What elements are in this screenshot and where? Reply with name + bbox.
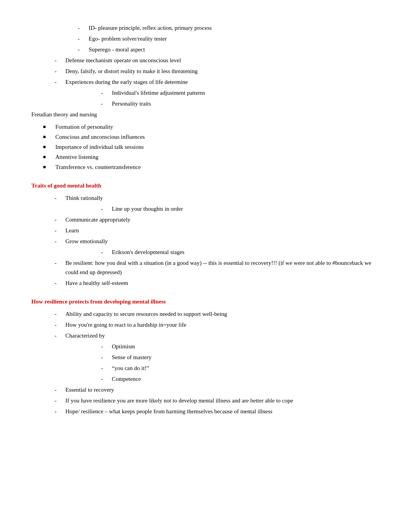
list-item: - Have a healthy self-esteem	[55, 278, 380, 288]
item-text: Grow emotionally	[65, 237, 380, 246]
bullet-icon: ■	[43, 143, 52, 151]
item-text: Formation of personality	[55, 122, 113, 131]
list-item: - Superego - moral aspect	[78, 45, 380, 54]
item-text: Conscious and unconscious influences	[55, 132, 145, 142]
item-text: If you have resilience you are more like…	[65, 396, 380, 405]
list-item: - Deny, falsify, or distort reality to m…	[55, 66, 380, 76]
list-item: - Characterized by	[55, 331, 380, 340]
item-text: Sense of mastery	[112, 353, 380, 362]
item-text: Optimism	[112, 342, 380, 351]
dash-icon: -	[78, 45, 86, 54]
sub-indent: - Optimism - Sense of mastery - “you can…	[55, 342, 380, 384]
item-text: ID- pleasure principle, reflex action, p…	[89, 23, 380, 32]
item-text: Erikson's developmental stages	[112, 247, 380, 257]
dash-icon: -	[55, 66, 62, 76]
item-text: Attentive listening	[55, 152, 98, 162]
list-item: - Individual's lifetime adjustment patte…	[101, 88, 380, 97]
item-text: Hope/ resilience – what keeps people fro…	[65, 407, 380, 416]
item-text: How you're going to react to a hardship …	[65, 320, 380, 329]
item-text: Defense mechanism operate on unconscious…	[65, 56, 380, 65]
freudian-label-text: Freudian theory and nursing	[31, 111, 97, 118]
list-item: - Essential to recovery	[55, 385, 380, 394]
dash-icon: -	[101, 99, 109, 108]
dash-icon: -	[55, 320, 62, 329]
list-item: ■ Formation of personality	[43, 122, 380, 131]
dash-icon: -	[55, 77, 62, 87]
bullet-icon: ■	[43, 164, 52, 171]
dash-icon: -	[101, 363, 109, 373]
item-text: Ego- problem solver/reality tester	[89, 34, 380, 43]
dash-icon: -	[55, 309, 62, 319]
traits-section: Traits of good mental health - Think rat…	[31, 181, 380, 288]
dash-icon: -	[101, 342, 109, 351]
list-item: ■ Importance of individual talk sessions	[43, 142, 380, 152]
sub-indent: - Erikson's developmental stages	[55, 247, 380, 257]
resilience-heading: How resilience protects from developing …	[31, 297, 380, 306]
list-item: - Personality traits	[101, 99, 380, 108]
indent-level-1: - Defense mechanism operate on unconscio…	[31, 56, 380, 108]
list-item: ■ Transference vs. countertransference	[43, 162, 380, 172]
item-text: Think rationally	[65, 193, 380, 203]
list-item: - Erikson's developmental stages	[101, 247, 380, 257]
indent-level-2: - ID- pleasure principle, reflex action,…	[31, 23, 380, 54]
traits-list: - Think rationally - Line up your though…	[31, 193, 380, 288]
dash-icon: -	[55, 56, 62, 65]
list-item: - Defense mechanism operate on unconscio…	[55, 56, 380, 65]
dash-icon: -	[78, 23, 86, 32]
list-item: - Think rationally	[55, 193, 380, 203]
list-item: - How you're going to react to a hardshi…	[55, 320, 380, 329]
item-text: Have a healthy self-esteem	[65, 278, 380, 288]
dash-icon: -	[55, 396, 62, 405]
freudian-label: Freudian theory and nursing	[31, 110, 380, 119]
list-item: - Competence	[101, 374, 380, 384]
list-item: - Experiences during the early stages of…	[55, 77, 380, 87]
item-text: Be resilient: how you deal with a situat…	[65, 258, 380, 277]
list-item: - Optimism	[101, 342, 380, 351]
dash-icon: -	[55, 237, 62, 246]
item-text: Essential to recovery	[65, 385, 380, 394]
list-item: - “you can do it!”	[101, 363, 380, 373]
freudian-bullet-list: ■ Formation of personality ■ Conscious a…	[31, 122, 380, 172]
item-text: Superego - moral aspect	[89, 45, 380, 54]
item-text: Experiences during the early stages of l…	[65, 77, 380, 87]
list-item: - Sense of mastery	[101, 353, 380, 362]
item-text: Line up your thoughts in order	[112, 204, 380, 213]
dash-icon: -	[101, 353, 109, 362]
dash-icon: -	[55, 215, 62, 224]
dash-icon: -	[101, 88, 109, 97]
resilience-list: - Ability and capacity to secure resourc…	[31, 309, 380, 416]
dash-icon: -	[78, 34, 86, 43]
list-item: - Learn	[55, 226, 380, 235]
dash-icon: -	[55, 193, 62, 203]
item-text: Transference vs. countertransference	[55, 162, 141, 172]
dash-icon: -	[55, 407, 62, 416]
list-item: - Hope/ resilience – what keeps people f…	[55, 407, 380, 416]
sub-indent: - Individual's lifetime adjustment patte…	[55, 88, 380, 108]
dash-icon: -	[101, 204, 109, 213]
bullet-icon: ■	[43, 123, 52, 131]
dash-icon: -	[55, 226, 62, 235]
dash-icon: -	[101, 247, 109, 257]
item-text: “you can do it!”	[112, 363, 380, 373]
resilience-section: How resilience protects from developing …	[31, 297, 380, 416]
dash-icon: -	[55, 258, 62, 268]
item-text: Ability and capacity to secure resources…	[65, 309, 380, 319]
dash-icon: -	[55, 385, 62, 394]
list-item: - Ability and capacity to secure resourc…	[55, 309, 380, 319]
list-item: - ID- pleasure principle, reflex action,…	[78, 23, 380, 32]
item-text: Learn	[65, 226, 380, 235]
item-text: Individual's lifetime adjustment pattern…	[112, 88, 380, 97]
item-text: Communicate appropriately	[65, 215, 380, 224]
traits-heading: Traits of good mental health	[31, 181, 380, 190]
list-item: - Grow emotionally	[55, 237, 380, 246]
content-wrapper: - ID- pleasure principle, reflex action,…	[31, 23, 380, 416]
dash-icon: -	[55, 331, 62, 340]
item-text: Characterized by	[65, 331, 380, 340]
list-item: - Communicate appropriately	[55, 215, 380, 224]
list-item: - If you have resilience you are more li…	[55, 396, 380, 405]
item-text: Deny, falsify, or distort reality to mak…	[65, 66, 380, 76]
list-item: ■ Conscious and unconscious influences	[43, 132, 380, 142]
item-text: Personality traits	[112, 99, 380, 108]
item-text: Competence	[112, 374, 380, 384]
bullet-icon: ■	[43, 153, 52, 161]
